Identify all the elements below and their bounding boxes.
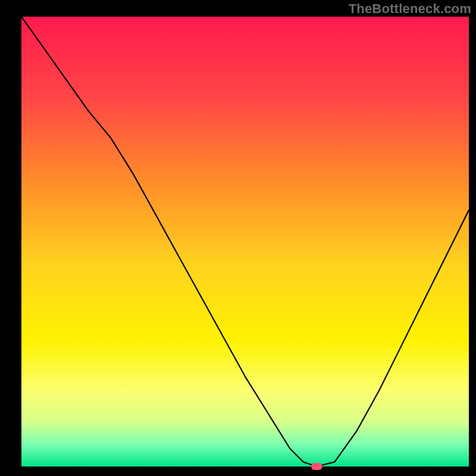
chart-canvas	[0, 0, 476, 476]
plot-background	[21, 17, 469, 466]
watermark-label: TheBottleneck.com	[349, 1, 471, 17]
target-marker	[311, 463, 322, 470]
bottleneck-chart: TheBottleneck.com	[0, 0, 476, 476]
